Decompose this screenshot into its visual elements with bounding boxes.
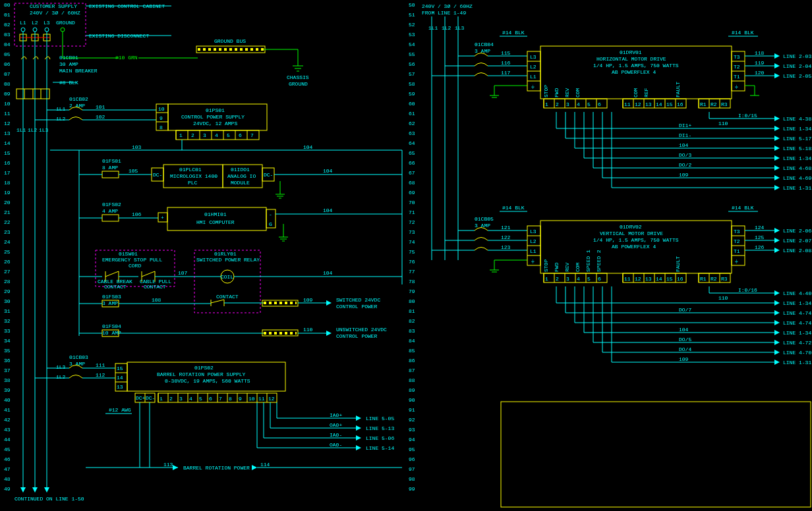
svg-text:15: 15 <box>4 150 11 156</box>
svg-text:6: 6 <box>209 396 212 402</box>
svg-marker-630 <box>774 360 780 365</box>
svg-text:BARREL ROTATION POWER SUPPLY: BARREL ROTATION POWER SUPPLY <box>157 371 246 377</box>
svg-marker-347 <box>356 445 361 450</box>
svg-text:COM: COM <box>575 262 581 272</box>
svg-text:FROM LINE 1-49: FROM LINE 1-49 <box>422 10 466 16</box>
svg-text:LINE 2-04: LINE 2-04 <box>783 63 811 69</box>
svg-text:24: 24 <box>4 239 11 245</box>
svg-text:1/4 HP, 1.5 AMPS, 750 WATTS: 1/4 HP, 1.5 AMPS, 750 WATTS <box>593 237 679 243</box>
svg-text:EMERGENCY STOP PULL: EMERGENCY STOP PULL <box>102 257 162 263</box>
svg-text:LINE 4-74: LINE 4-74 <box>783 320 811 326</box>
svg-text:01DRV01: 01DRV01 <box>620 49 642 55</box>
svg-text:LINE 4-70: LINE 4-70 <box>783 350 811 356</box>
svg-text:0-30VDC, 19 AMPS, 560 WATTS: 0-30VDC, 19 AMPS, 560 WATTS <box>165 378 250 384</box>
svg-text:24VDC, 12 AMPS: 24VDC, 12 AMPS <box>193 121 237 126</box>
svg-text:I:0/16: I:0/16 <box>738 287 757 293</box>
svg-text:40: 40 <box>4 397 11 403</box>
svg-text:30 AMP: 30 AMP <box>59 61 78 67</box>
svg-text:#12 AWG: #12 AWG <box>109 407 131 413</box>
main-breaker-icon <box>21 57 50 59</box>
svg-text:94: 94 <box>409 437 415 443</box>
svg-text:01IDO1: 01IDO1 <box>231 167 250 173</box>
svg-text:1L2: 1L2 <box>56 116 66 122</box>
svg-text:BARREL ROTATION POWER: BARREL ROTATION POWER <box>183 465 250 471</box>
svg-text:44: 44 <box>4 437 11 443</box>
svg-text:122: 122 <box>501 234 511 240</box>
svg-text:123: 123 <box>501 244 511 250</box>
svg-text:118: 118 <box>755 50 765 56</box>
svg-text:11: 11 <box>4 111 11 117</box>
svg-text:13: 13 <box>645 101 652 107</box>
schematic-canvas: 00 01 02 03 04 05 06 07 08 09 10 11 12 1… <box>0 0 812 511</box>
svg-text:MODULE: MODULE <box>231 180 250 186</box>
svg-marker-620 <box>774 340 780 345</box>
svg-text:17: 17 <box>4 170 11 176</box>
svg-text:109: 109 <box>303 297 313 303</box>
svg-text:LINE 2-05: LINE 2-05 <box>783 73 811 79</box>
svg-marker-549 <box>774 248 780 253</box>
svg-text:11: 11 <box>624 101 631 107</box>
svg-text:60: 60 <box>409 101 415 107</box>
svg-text:3 AMP: 3 AMP <box>102 300 118 306</box>
drv01-block: L3 L2 L1 ⏚ 01DRV01 HORIZONTAL MOTOR DRIV… <box>527 46 811 191</box>
svg-text:52: 52 <box>409 22 415 28</box>
svg-text:76: 76 <box>409 259 415 265</box>
svg-text:OA0-: OA0- <box>330 442 342 448</box>
svg-text:LINE 5-05: LINE 5-05 <box>366 416 394 421</box>
svg-text:31: 31 <box>4 308 11 314</box>
cb02-block: 01CB02 2 AMP 1L1 1L2 101 102 <box>35 96 156 122</box>
svg-text:15: 15 <box>666 276 673 282</box>
svg-text:01CB02: 01CB02 <box>69 96 88 102</box>
svg-point-105 <box>21 28 25 32</box>
svg-text:5: 5 <box>587 276 591 282</box>
svg-text:LINE 4-69: LINE 4-69 <box>783 175 811 181</box>
svg-text:IA0+: IA0+ <box>330 412 342 418</box>
svg-text:1/4 HP, 1.5 AMPS, 750 WATTS: 1/4 HP, 1.5 AMPS, 750 WATTS <box>593 63 679 68</box>
svg-text:104: 104 <box>323 207 333 213</box>
svg-text:L2: L2 <box>530 64 536 70</box>
svg-text:⏚: ⏚ <box>531 84 535 90</box>
svg-text:T2: T2 <box>734 238 740 244</box>
svg-text:104: 104 <box>679 327 689 333</box>
svg-text:112: 112 <box>96 372 105 378</box>
svg-text:106: 106 <box>132 211 142 217</box>
svg-text:01HMI01: 01HMI01 <box>204 211 227 217</box>
svg-text:14: 14 <box>4 140 11 146</box>
svg-text:46: 46 <box>4 456 11 462</box>
svg-text:FAULT: FAULT <box>675 256 681 272</box>
svg-text:15: 15 <box>117 365 123 371</box>
svg-text:95: 95 <box>409 446 415 452</box>
svg-text:DC+: DC+ <box>136 395 146 401</box>
svg-text:41: 41 <box>4 407 11 413</box>
svg-marker-342 <box>356 435 361 441</box>
svg-text:9: 9 <box>160 115 163 121</box>
svg-text:DO/2: DO/2 <box>679 162 691 168</box>
svg-text:34: 34 <box>4 338 11 344</box>
svg-marker-606 <box>774 310 780 315</box>
svg-text:VERTICAL MOTOR DRIVE: VERTICAL MOTOR DRIVE <box>600 230 663 236</box>
svg-marker-412 <box>774 53 780 59</box>
svg-text:LINE 1-31: LINE 1-31 <box>783 360 811 365</box>
svg-text:L2: L2 <box>32 20 38 26</box>
svg-text:3: 3 <box>203 132 206 138</box>
svg-text:113: 113 <box>163 462 173 468</box>
svg-text:LINE 2-07: LINE 2-07 <box>783 238 811 244</box>
svg-text:39: 39 <box>4 387 11 393</box>
plc-block: DC- 01PLC01 MICROLOGIX 1400 PLC 01IDO1 A… <box>152 165 402 198</box>
svg-text:04: 04 <box>4 41 11 47</box>
svg-text:16: 16 <box>4 160 11 166</box>
svg-text:104: 104 <box>303 144 313 150</box>
svg-text:102: 102 <box>96 114 105 120</box>
svg-text:93: 93 <box>409 427 415 433</box>
svg-text:SWITCHED 24VDC: SWITCHED 24VDC <box>336 297 380 303</box>
svg-text:1L2: 1L2 <box>56 374 66 380</box>
svg-text:109: 109 <box>679 356 689 362</box>
ground-icon <box>293 66 303 71</box>
fs02-hmi-block: 01FS02 4 AMP 106 + 01HMI01 HMI COMPUTER … <box>79 202 402 241</box>
svg-text:SPEED 1: SPEED 1 <box>585 250 591 272</box>
svg-text:65: 65 <box>409 150 415 156</box>
svg-text:75: 75 <box>409 249 415 255</box>
svg-text:55: 55 <box>409 51 415 57</box>
svg-text:00: 00 <box>4 2 11 8</box>
svg-text:49: 49 <box>4 486 11 492</box>
